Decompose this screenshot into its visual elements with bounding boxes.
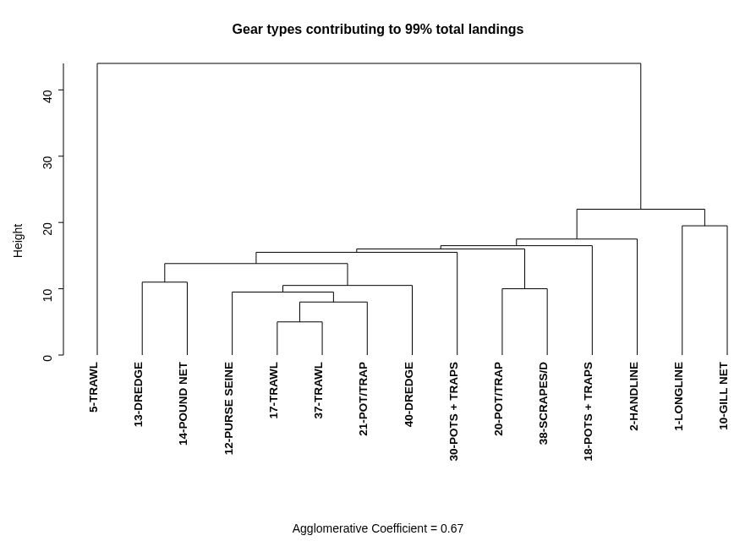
leaf-label: 38-SCRAPES/D — [537, 362, 550, 445]
chart-footer: Agglomerative Coefficient = 0.67 — [293, 522, 464, 535]
leaf-label: 2-HANDLINE — [627, 362, 640, 431]
leaf-label: 5-TRAWL — [87, 362, 100, 413]
leaf-label: 1-LONGLINE — [672, 362, 685, 431]
leaf-label: 10-GILL NET — [717, 361, 730, 430]
leaf-label: 40-DREDGE — [403, 362, 415, 427]
leaf-label: 18-POTS + TRAPS — [582, 362, 594, 461]
chart-title: Gear types contributing to 99% total lan… — [233, 22, 524, 36]
leaf-label: 14-POUND NET — [177, 361, 189, 445]
leaf-label: 12-PURSE SEINE — [222, 362, 235, 455]
leaf-label: 20-POT/TRAP — [492, 362, 505, 436]
y-tick-label: 40 — [41, 90, 54, 103]
leaf-label: 13-DREDGE — [132, 362, 145, 427]
dendrogram-lines — [97, 63, 727, 355]
y-tick-label: 20 — [41, 222, 54, 236]
leaf-label: 17-TRAWL — [267, 362, 280, 419]
leaf-label: 37-TRAWL — [312, 362, 325, 419]
leaf-label: 30-POTS + TRAPS — [447, 362, 460, 461]
y-tick-label: 10 — [41, 288, 54, 302]
y-axis-label: Height — [11, 224, 25, 259]
y-axis: 010203040 — [41, 63, 63, 362]
leaf-labels: 5-TRAWL13-DREDGE14-POUND NET12-PURSE SEI… — [87, 361, 730, 461]
dendrogram-chart: Gear types contributing to 99% total lan… — [0, 0, 756, 552]
y-tick-label: 0 — [41, 355, 54, 362]
y-tick-label: 30 — [41, 156, 54, 170]
leaf-label: 21-POT/TRAP — [357, 362, 370, 436]
